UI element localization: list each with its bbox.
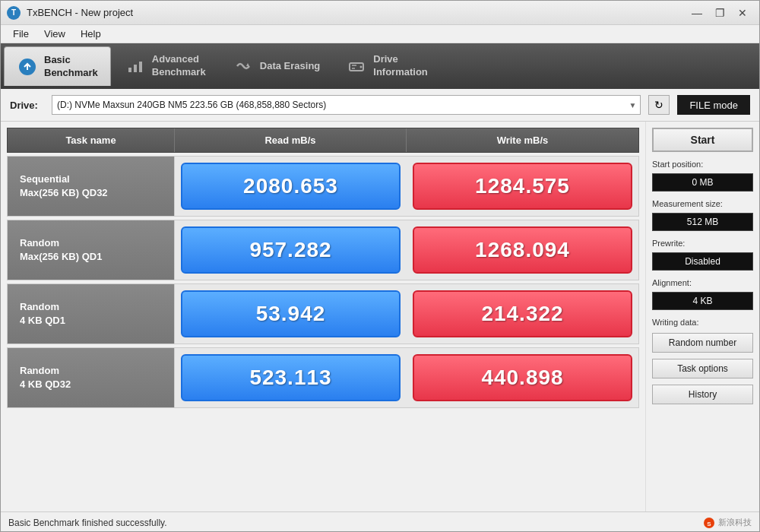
benchmark-area: Task name Read mB/s Write mB/s Sequentia…	[1, 122, 645, 511]
bench-row-sequential-qd32: SequentialMax(256 KB) QD32 2080.653 1284…	[7, 156, 639, 217]
window-title: TxBENCH - New project	[27, 7, 133, 18]
prewrite-label: Prewrite:	[652, 239, 753, 248]
drive-refresh-button[interactable]: ↻	[648, 95, 670, 115]
menu-bar: File View Help	[1, 25, 759, 43]
title-bar: T TxBENCH - New project — ❐ ✕	[1, 1, 759, 25]
read-value-seq-qd32: 2080.653	[181, 163, 401, 210]
measurement-size-value: 512 MB	[652, 213, 753, 231]
menu-help[interactable]: Help	[74, 27, 107, 41]
close-button[interactable]: ✕	[732, 5, 753, 21]
svg-text:S: S	[707, 521, 711, 527]
write-cell-rand-4kb-qd1: 214.322	[407, 284, 638, 344]
read-cell-rand-4kb-qd1: 53.942	[175, 284, 407, 344]
app-icon: T	[7, 6, 21, 20]
writing-data-button[interactable]: Random number	[652, 333, 753, 353]
tab-advanced-label: AdvancedBenchmark	[152, 53, 206, 79]
read-cell-rand-4kb-qd32: 523.113	[175, 348, 407, 407]
alignment-label: Alignment:	[652, 278, 753, 287]
sina-logo-text: 新浪科技	[718, 517, 752, 528]
tab-erasing-label: Data Erasing	[260, 60, 320, 73]
task-name-rand-4kb-qd32: Random4 KB QD32	[20, 364, 71, 391]
tab-data-erasing[interactable]: Data Erasing	[220, 46, 332, 86]
drive-information-icon	[346, 55, 367, 77]
menu-view[interactable]: View	[38, 27, 71, 41]
bench-row-random-256kb-qd1: RandomMax(256 KB) QD1 957.282 1268.094	[7, 220, 639, 280]
svg-point-6	[360, 66, 363, 68]
read-value-rand-256-qd1: 957.282	[181, 226, 401, 274]
drive-label: Drive:	[10, 100, 44, 111]
status-bar: Basic Benchmark finished successfully. S…	[1, 511, 759, 532]
bench-row-random-4kb-qd32: Random4 KB QD32 523.113 440.898	[7, 347, 639, 408]
tab-basic-label: BasicBenchmark	[44, 54, 98, 80]
write-cell-rand-256-qd1: 1268.094	[407, 220, 638, 280]
start-position-label: Start position:	[652, 160, 753, 169]
history-button[interactable]: History	[652, 385, 753, 404]
task-cell-seq-qd32: SequentialMax(256 KB) QD32	[8, 157, 175, 216]
main-content: Task name Read mB/s Write mB/s Sequentia…	[1, 122, 759, 511]
read-value-rand-4kb-qd1: 53.942	[181, 290, 401, 337]
start-button[interactable]: Start	[652, 128, 753, 152]
alignment-value: 4 KB	[652, 292, 753, 310]
write-cell-seq-qd32: 1284.575	[407, 157, 638, 216]
tab-basic-benchmark[interactable]: BasicBenchmark	[4, 46, 111, 86]
file-mode-button[interactable]: FILE mode	[677, 95, 750, 115]
advanced-benchmark-icon	[125, 55, 146, 77]
right-panel: Start Start position: 0 MB Measurement s…	[645, 122, 759, 511]
tab-drive-information[interactable]: DriveInformation	[334, 46, 440, 86]
tab-advanced-benchmark[interactable]: AdvancedBenchmark	[112, 46, 219, 86]
sina-logo-icon: S	[703, 517, 715, 529]
status-text: Basic Benchmark finished successfully.	[8, 518, 167, 528]
minimize-button[interactable]: —	[686, 5, 708, 21]
task-cell-rand-4kb-qd32: Random4 KB QD32	[8, 348, 175, 407]
drive-row: Drive: (D:) NVMe Maxsun 240GB NM5 223.56…	[1, 89, 759, 122]
window-controls: — ❐ ✕	[686, 5, 753, 21]
svg-rect-2	[128, 68, 131, 72]
write-value-rand-4kb-qd32: 440.898	[413, 354, 632, 401]
benchmark-header: Task name Read mB/s Write mB/s	[7, 128, 639, 153]
status-logo: S 新浪科技	[703, 517, 752, 529]
read-value-rand-4kb-qd32: 523.113	[181, 354, 401, 401]
write-cell-rand-4kb-qd32: 440.898	[407, 348, 638, 407]
read-cell-seq-qd32: 2080.653	[175, 157, 407, 216]
basic-benchmark-icon	[17, 56, 38, 78]
header-write: Write mB/s	[407, 128, 638, 152]
writing-data-label: Writing data:	[652, 318, 753, 327]
write-value-rand-256-qd1: 1268.094	[413, 226, 632, 274]
maximize-button[interactable]: ❐	[709, 5, 730, 21]
svg-rect-3	[134, 65, 137, 72]
task-name-seq-qd32: SequentialMax(256 KB) QD32	[20, 173, 108, 200]
write-value-seq-qd32: 1284.575	[413, 163, 632, 210]
header-task-name: Task name	[8, 128, 175, 152]
write-value-rand-4kb-qd1: 214.322	[413, 290, 632, 337]
tab-bar: BasicBenchmark AdvancedBenchmark Data Er…	[1, 43, 759, 89]
task-cell-rand-4kb-qd1: Random4 KB QD1	[8, 284, 175, 344]
drive-select-wrapper: (D:) NVMe Maxsun 240GB NM5 223.56 GB (46…	[52, 95, 641, 115]
refresh-icon: ↻	[654, 99, 663, 111]
task-cell-rand-256-qd1: RandomMax(256 KB) QD1	[8, 220, 175, 280]
drive-select[interactable]: (D:) NVMe Maxsun 240GB NM5 223.56 GB (46…	[52, 95, 641, 115]
header-read: Read mB/s	[175, 128, 407, 152]
tab-drive-label: DriveInformation	[373, 53, 428, 79]
svg-rect-4	[139, 62, 142, 72]
title-bar-left: T TxBENCH - New project	[7, 6, 133, 20]
measurement-size-label: Measurement size:	[652, 199, 753, 208]
data-erasing-icon	[233, 55, 254, 77]
task-name-rand-4kb-qd1: Random4 KB QD1	[20, 300, 65, 328]
bench-row-random-4kb-qd1: Random4 KB QD1 53.942 214.322	[7, 283, 639, 344]
menu-file[interactable]: File	[7, 27, 35, 41]
task-options-button[interactable]: Task options	[652, 359, 753, 378]
task-name-rand-256-qd1: RandomMax(256 KB) QD1	[20, 236, 102, 264]
start-position-value: 0 MB	[652, 173, 753, 192]
read-cell-rand-256-qd1: 957.282	[175, 220, 407, 280]
prewrite-value: Disabled	[652, 252, 753, 271]
